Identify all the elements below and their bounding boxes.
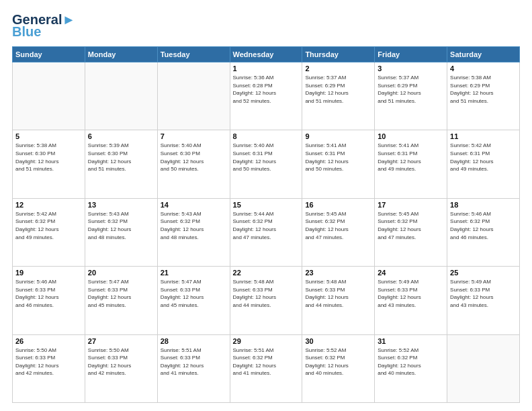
day-info: Sunrise: 5:48 AM Sunset: 6:33 PM Dayligh…	[305, 278, 371, 309]
calendar-cell: 3Sunrise: 5:37 AM Sunset: 6:29 PM Daylig…	[375, 62, 447, 130]
calendar-cell	[85, 62, 157, 130]
day-number: 5	[15, 132, 82, 140]
calendar-cell: 31Sunrise: 5:52 AM Sunset: 6:32 PM Dayli…	[375, 334, 447, 402]
day-number: 27	[88, 337, 154, 345]
calendar-cell: 2Sunrise: 5:37 AM Sunset: 6:29 PM Daylig…	[302, 62, 375, 130]
day-number: 16	[305, 201, 371, 209]
calendar-cell: 22Sunrise: 5:48 AM Sunset: 6:33 PM Dayli…	[230, 267, 302, 334]
calendar-week-0: 1Sunrise: 5:36 AM Sunset: 6:28 PM Daylig…	[13, 62, 520, 130]
day-info: Sunrise: 5:41 AM Sunset: 6:31 PM Dayligh…	[378, 142, 444, 173]
day-info: Sunrise: 5:52 AM Sunset: 6:32 PM Dayligh…	[378, 347, 444, 377]
calendar-cell: 12Sunrise: 5:42 AM Sunset: 6:32 PM Dayli…	[13, 198, 85, 266]
day-number: 6	[88, 132, 154, 140]
day-info: Sunrise: 5:50 AM Sunset: 6:33 PM Dayligh…	[15, 347, 82, 377]
logo-blue: ►	[62, 12, 75, 27]
day-number: 14	[161, 201, 227, 209]
day-info: Sunrise: 5:49 AM Sunset: 6:33 PM Dayligh…	[378, 278, 444, 309]
calendar-cell: 9Sunrise: 5:41 AM Sunset: 6:31 PM Daylig…	[302, 130, 375, 198]
calendar-cell: 21Sunrise: 5:47 AM Sunset: 6:33 PM Dayli…	[157, 267, 230, 334]
day-info: Sunrise: 5:38 AM Sunset: 6:29 PM Dayligh…	[450, 74, 517, 105]
calendar-week-1: 5Sunrise: 5:38 AM Sunset: 6:30 PM Daylig…	[13, 130, 520, 198]
day-info: Sunrise: 5:43 AM Sunset: 6:32 PM Dayligh…	[161, 210, 227, 241]
day-info: Sunrise: 5:45 AM Sunset: 6:32 PM Dayligh…	[305, 210, 371, 241]
calendar-cell	[13, 62, 85, 130]
day-info: Sunrise: 5:42 AM Sunset: 6:32 PM Dayligh…	[15, 210, 82, 241]
calendar-cell: 20Sunrise: 5:47 AM Sunset: 6:33 PM Dayli…	[85, 267, 157, 334]
page: General► Blue SundayMondayTuesdayWednesd…	[0, 0, 532, 411]
day-number: 29	[233, 337, 300, 345]
day-number: 12	[15, 201, 82, 209]
calendar-cell: 14Sunrise: 5:43 AM Sunset: 6:32 PM Dayli…	[157, 198, 230, 266]
calendar-cell: 5Sunrise: 5:38 AM Sunset: 6:30 PM Daylig…	[13, 130, 85, 198]
day-number: 1	[233, 64, 300, 73]
day-number: 23	[305, 269, 371, 277]
calendar-cell: 8Sunrise: 5:40 AM Sunset: 6:31 PM Daylig…	[230, 130, 302, 198]
calendar-cell: 27Sunrise: 5:50 AM Sunset: 6:33 PM Dayli…	[85, 334, 157, 402]
logo: General► Blue	[12, 12, 75, 40]
calendar-cell: 15Sunrise: 5:44 AM Sunset: 6:32 PM Dayli…	[230, 198, 302, 266]
calendar-week-2: 12Sunrise: 5:42 AM Sunset: 6:32 PM Dayli…	[13, 198, 520, 266]
calendar-cell: 7Sunrise: 5:40 AM Sunset: 6:30 PM Daylig…	[157, 130, 230, 198]
calendar-cell: 10Sunrise: 5:41 AM Sunset: 6:31 PM Dayli…	[375, 130, 447, 198]
day-info: Sunrise: 5:36 AM Sunset: 6:28 PM Dayligh…	[233, 74, 300, 105]
day-info: Sunrise: 5:51 AM Sunset: 6:32 PM Dayligh…	[233, 347, 300, 377]
day-info: Sunrise: 5:41 AM Sunset: 6:31 PM Dayligh…	[305, 142, 371, 173]
calendar-cell: 26Sunrise: 5:50 AM Sunset: 6:33 PM Dayli…	[13, 334, 85, 402]
col-header-tuesday: Tuesday	[157, 47, 230, 62]
day-info: Sunrise: 5:45 AM Sunset: 6:32 PM Dayligh…	[378, 210, 444, 241]
calendar-cell: 19Sunrise: 5:46 AM Sunset: 6:33 PM Dayli…	[13, 267, 85, 334]
col-header-thursday: Thursday	[302, 47, 375, 62]
calendar-cell: 28Sunrise: 5:51 AM Sunset: 6:33 PM Dayli…	[157, 334, 230, 402]
col-header-sunday: Sunday	[13, 47, 85, 62]
calendar-table: SundayMondayTuesdayWednesdayThursdayFrid…	[12, 46, 520, 403]
col-header-saturday: Saturday	[447, 47, 520, 62]
day-number: 22	[233, 269, 300, 277]
day-number: 10	[378, 132, 444, 140]
day-number: 30	[305, 337, 371, 345]
calendar-cell: 6Sunrise: 5:39 AM Sunset: 6:30 PM Daylig…	[85, 130, 157, 198]
day-number: 4	[450, 64, 517, 73]
calendar-cell: 17Sunrise: 5:45 AM Sunset: 6:32 PM Dayli…	[375, 198, 447, 266]
day-info: Sunrise: 5:37 AM Sunset: 6:29 PM Dayligh…	[305, 74, 371, 105]
day-info: Sunrise: 5:42 AM Sunset: 6:31 PM Dayligh…	[450, 142, 517, 173]
day-info: Sunrise: 5:40 AM Sunset: 6:31 PM Dayligh…	[233, 142, 300, 173]
day-number: 18	[450, 201, 517, 209]
day-number: 8	[233, 132, 300, 140]
day-info: Sunrise: 5:38 AM Sunset: 6:30 PM Dayligh…	[15, 142, 82, 173]
day-number: 28	[161, 337, 227, 345]
day-info: Sunrise: 5:52 AM Sunset: 6:32 PM Dayligh…	[305, 347, 371, 377]
day-number: 9	[305, 132, 371, 140]
calendar-cell	[157, 62, 230, 130]
calendar-week-4: 26Sunrise: 5:50 AM Sunset: 6:33 PM Dayli…	[13, 334, 520, 402]
calendar-header-row: SundayMondayTuesdayWednesdayThursdayFrid…	[13, 47, 520, 62]
day-number: 21	[161, 269, 227, 277]
calendar-cell: 13Sunrise: 5:43 AM Sunset: 6:32 PM Dayli…	[85, 198, 157, 266]
day-number: 11	[450, 132, 517, 140]
day-number: 31	[378, 337, 444, 345]
day-info: Sunrise: 5:47 AM Sunset: 6:33 PM Dayligh…	[88, 278, 154, 309]
day-info: Sunrise: 5:40 AM Sunset: 6:30 PM Dayligh…	[161, 142, 227, 173]
day-info: Sunrise: 5:44 AM Sunset: 6:32 PM Dayligh…	[233, 210, 300, 241]
day-number: 7	[161, 132, 227, 140]
col-header-monday: Monday	[85, 47, 157, 62]
calendar-cell: 30Sunrise: 5:52 AM Sunset: 6:32 PM Dayli…	[302, 334, 375, 402]
calendar-cell: 16Sunrise: 5:45 AM Sunset: 6:32 PM Dayli…	[302, 198, 375, 266]
day-info: Sunrise: 5:49 AM Sunset: 6:33 PM Dayligh…	[450, 278, 517, 309]
day-number: 24	[378, 269, 444, 277]
day-number: 20	[88, 269, 154, 277]
calendar-cell: 4Sunrise: 5:38 AM Sunset: 6:29 PM Daylig…	[447, 62, 520, 130]
calendar-cell: 11Sunrise: 5:42 AM Sunset: 6:31 PM Dayli…	[447, 130, 520, 198]
day-info: Sunrise: 5:51 AM Sunset: 6:33 PM Dayligh…	[161, 347, 227, 377]
col-header-wednesday: Wednesday	[230, 47, 302, 62]
day-number: 17	[378, 201, 444, 209]
day-info: Sunrise: 5:50 AM Sunset: 6:33 PM Dayligh…	[88, 347, 154, 377]
calendar-cell: 18Sunrise: 5:46 AM Sunset: 6:32 PM Dayli…	[447, 198, 520, 266]
day-number: 3	[378, 64, 444, 73]
day-number: 25	[450, 269, 517, 277]
day-number: 15	[233, 201, 300, 209]
day-info: Sunrise: 5:46 AM Sunset: 6:32 PM Dayligh…	[450, 210, 517, 241]
col-header-friday: Friday	[375, 47, 447, 62]
day-number: 26	[15, 337, 82, 345]
calendar-week-3: 19Sunrise: 5:46 AM Sunset: 6:33 PM Dayli…	[13, 267, 520, 334]
day-number: 19	[15, 269, 82, 277]
